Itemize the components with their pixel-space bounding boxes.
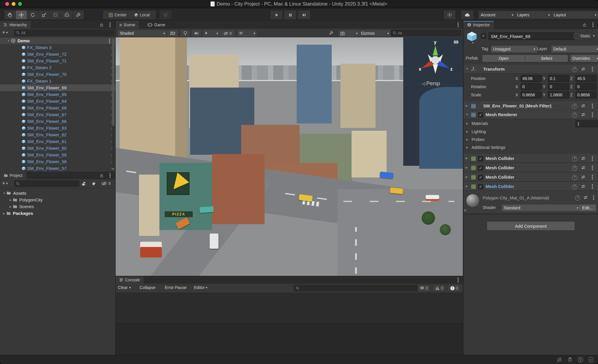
viewport-camera-icon[interactable] [453, 40, 459, 44]
help-icon[interactable]: ? [572, 67, 577, 72]
hierarchy-item[interactable]: SM_Env_Flower_65› [0, 91, 115, 98]
expander-icon[interactable]: ▶ [466, 146, 468, 149]
tab-project[interactable]: Project [0, 172, 26, 179]
custom-tool-button[interactable] [72, 10, 84, 20]
hierarchy-item[interactable]: SM_Env_Flower_59› [0, 151, 115, 158]
lock-icon[interactable] [100, 23, 104, 27]
gameobject-name-field[interactable] [489, 32, 574, 40]
tab-scene[interactable]: # Scene [116, 21, 139, 29]
console-editor-dropdown[interactable]: Editor▾ [194, 285, 207, 290]
layout-dropdown[interactable]: Layout▾ [551, 11, 598, 19]
mesh-renderer-header[interactable]: ▼ ✓ Mesh Renderer ? [463, 110, 598, 119]
hierarchy-item[interactable]: SM_Env_Flower_72› [0, 51, 115, 58]
probes-foldout[interactable]: Probes [472, 137, 484, 142]
hierarchy-item[interactable]: SM_Env_Flower_71› [0, 58, 115, 64]
lighting-foldout[interactable]: Lighting [472, 129, 486, 134]
presets-icon[interactable] [581, 184, 585, 189]
position-y-field[interactable]: 0.1 [548, 75, 569, 82]
scrollbar-thumb[interactable] [112, 39, 114, 126]
scene-tools-button[interactable] [326, 29, 336, 36]
expander-icon[interactable]: ▶ [2, 212, 6, 215]
scene-grid-visibility-button[interactable]: ▾ [237, 29, 257, 37]
help-icon[interactable]: ? [572, 104, 577, 109]
console-menu-icon[interactable] [458, 279, 459, 281]
expander-icon[interactable]: ▼ [466, 67, 468, 70]
presets-icon[interactable] [581, 156, 585, 161]
tab-inspector[interactable]: Inspector [463, 21, 494, 29]
projection-mode-label[interactable]: ◁ Persp [422, 81, 440, 87]
scene-menu-icon[interactable] [109, 40, 110, 41]
material-sphere-preview[interactable] [466, 194, 479, 207]
console-detail-pane[interactable] [116, 323, 463, 356]
hierarchy-item[interactable]: SM_Env_Flower_66› [0, 118, 115, 125]
tab-game[interactable]: Game [144, 21, 169, 29]
expander-icon[interactable]: ▶ [466, 104, 468, 107]
project-folder-polygoncity[interactable]: ▶ PolygonCity [0, 196, 115, 203]
scale-x-field[interactable]: 0.8658 [521, 91, 542, 98]
hierarchy-item[interactable]: SM_Env_Flower_57› [0, 165, 115, 172]
lighting-status-icon[interactable] [578, 357, 583, 363]
gameobject-expander-icon[interactable]: ▼ [472, 41, 474, 44]
mesh-filter-header[interactable]: ▶ SM_Env_Flower_01 (Mesh Filter) ? [463, 102, 598, 110]
mesh-collider-header-1[interactable]: ▶ ✓ Mesh Collider ? [463, 154, 598, 163]
hierarchy-item[interactable]: SM_Env_Flower_64› [0, 98, 115, 105]
presets-icon[interactable] [581, 104, 585, 108]
hierarchy-item[interactable]: SM_Env_Flower_63› [0, 125, 115, 131]
layers-dropdown[interactable]: Layers▾ [515, 11, 552, 19]
expander-icon[interactable]: ▶ [8, 198, 13, 201]
hierarchy-item[interactable]: FX_Steam 2› [0, 64, 115, 71]
hierarchy-item[interactable]: SM_Env_Flower_68› [0, 105, 115, 111]
mesh-collider-header-2[interactable]: ▶ ✓ Mesh Collider ? [463, 163, 598, 172]
prefab-open-button[interactable]: Open [482, 55, 525, 62]
expander-icon[interactable]: ▶ [466, 157, 468, 160]
hierarchy-item[interactable]: FX_Steam 3› [0, 44, 115, 51]
console-warning-toggle[interactable]: 0 [433, 285, 446, 292]
create-asset-button[interactable]: +▾ [2, 181, 8, 186]
hierarchy-item[interactable]: SM_Env_Flower_61› [0, 138, 115, 145]
scene-effects-button[interactable]: ▾ [202, 29, 220, 37]
console-info-toggle[interactable]: 0 [418, 285, 430, 292]
grid-snap-button[interactable] [159, 10, 172, 20]
hierarchy-item[interactable]: SM_Env_Flower_58› [0, 158, 115, 165]
presets-icon[interactable] [581, 166, 585, 170]
transform-tool-button[interactable] [61, 10, 73, 20]
expander-icon[interactable]: ▶ [466, 122, 468, 125]
mesh-collider-header-3[interactable]: ▶ ✓ Mesh Collider ? [463, 173, 598, 182]
orientation-mode-button[interactable]: Local [128, 10, 156, 20]
expander-icon[interactable]: ▼ [2, 192, 6, 195]
static-checkbox[interactable] [574, 33, 579, 39]
scene-viewport[interactable]: PIZZA [116, 37, 463, 276]
scene-hidden-objects-button[interactable]: 0 [220, 29, 235, 37]
cloud-services-button[interactable] [461, 10, 474, 20]
scene-search-input[interactable]: All [391, 30, 461, 36]
progress-status-icon[interactable] [588, 357, 594, 363]
component-menu-icon[interactable] [592, 158, 593, 159]
project-search-input[interactable] [14, 180, 79, 187]
lock-icon[interactable] [583, 23, 587, 27]
expander-icon[interactable]: ▶ [8, 205, 13, 208]
hierarchy-item[interactable]: SM_Env_Flower_60› [0, 145, 115, 151]
help-icon[interactable]: ? [572, 166, 577, 171]
draw-mode-dropdown[interactable]: Shaded▾ [117, 29, 167, 37]
component-menu-icon[interactable] [592, 177, 593, 178]
cache-server-icon[interactable] [567, 357, 573, 363]
transform-header[interactable]: ▼ Transform ? [463, 65, 598, 74]
lock-icon[interactable] [100, 173, 104, 177]
component-menu-icon[interactable] [592, 105, 593, 107]
hierarchy-menu-icon[interactable] [109, 24, 111, 25]
search-by-label-icon[interactable] [91, 181, 96, 186]
layer-dropdown[interactable]: Default▾ [551, 45, 598, 53]
presets-icon[interactable] [581, 112, 585, 117]
help-icon[interactable]: ? [575, 195, 580, 201]
component-menu-icon[interactable] [592, 114, 593, 115]
project-menu-icon[interactable] [109, 175, 111, 176]
console-log-list[interactable] [116, 292, 463, 323]
scene-menu-icon[interactable] [458, 24, 459, 25]
additional-settings-foldout[interactable]: Additional Settings [472, 145, 505, 150]
project-folder-packages[interactable]: ▶ Packages [0, 210, 115, 217]
component-menu-icon[interactable] [593, 197, 594, 198]
hand-tool-button[interactable] [4, 10, 16, 20]
help-icon[interactable]: ? [572, 156, 577, 161]
scale-tool-button[interactable] [38, 10, 50, 20]
active-checkbox[interactable]: ✓ [481, 33, 486, 39]
